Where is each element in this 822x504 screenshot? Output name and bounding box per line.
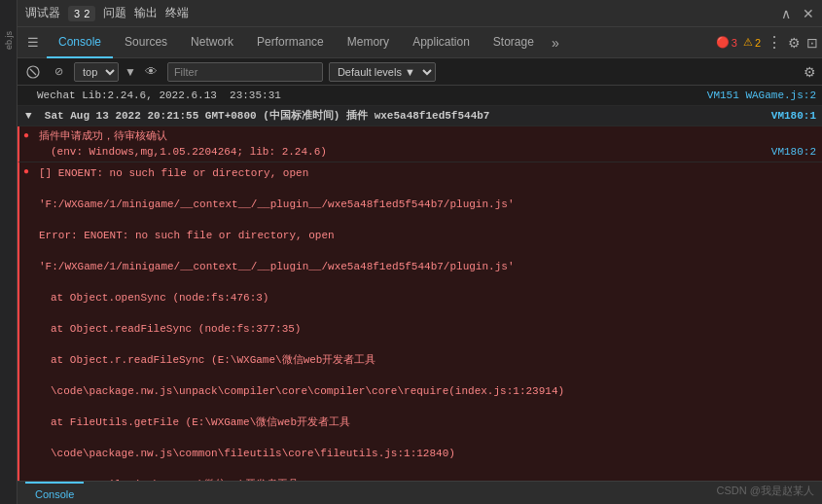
warn-badge: ⚠ 2 — [743, 36, 761, 49]
context-select[interactable]: top — [74, 62, 119, 82]
js-text: eb.js — [4, 31, 14, 50]
log-msg-section: ▼ Sat Aug 13 2022 20:21:55 GMT+0800 (中国标… — [25, 110, 489, 122]
log-msg-plugin-success: 插件申请成功，待审核确认(env: Windows,mg,1.05.220426… — [39, 130, 327, 158]
settings-button[interactable]: ⚙ — [788, 35, 801, 51]
clear-console-button[interactable] — [23, 62, 43, 82]
tab-console[interactable]: Console — [47, 27, 113, 58]
close-button[interactable]: ✕ — [803, 6, 814, 21]
overflow-menu-button[interactable]: ⋮ — [767, 33, 782, 52]
bottom-console-tab[interactable]: Console — [25, 482, 84, 505]
warn-count: 2 — [755, 37, 761, 49]
log-msg-enoent: [] ENOENT: no such file or directory, op… — [39, 167, 564, 481]
tab-application[interactable]: Application — [401, 27, 482, 58]
log-entry-wechat-lib: Wechat Lib:2.24.6, 2022.6.13 23:35:31 VM… — [18, 86, 822, 106]
tab-sources[interactable]: Sources — [113, 27, 179, 58]
levels-select[interactable]: Default levels ▼ — [329, 62, 436, 82]
console-settings-button[interactable]: ⚙ — [804, 64, 816, 80]
filter-input[interactable] — [167, 62, 323, 82]
tab-memory[interactable]: Memory — [336, 27, 401, 58]
filter-toggle-button[interactable]: ⊘ — [49, 62, 68, 82]
log-entry-section-header: ▼ Sat Aug 13 2022 20:21:55 GMT+0800 (中国标… — [18, 106, 822, 126]
tab-storage[interactable]: Storage — [482, 27, 546, 58]
error-icon: 🔴 — [716, 36, 730, 49]
badge-group: 3 2 — [68, 6, 95, 21]
file-link-vm180-2[interactable]: VM180:2 — [771, 144, 816, 160]
watermark: CSDN @我是赵某人 — [717, 484, 814, 498]
badge-num-1: 3 — [74, 8, 80, 19]
bottom-console-label: Console — [35, 488, 74, 500]
tab-more-button[interactable]: » — [546, 35, 565, 51]
console-content: Wechat Lib:2.24.6, 2022.6.13 23:35:31 VM… — [18, 86, 822, 481]
file-link-vm180-1[interactable]: VM180:1 — [771, 108, 816, 124]
console-toolbar: ⊘ top ▼ 👁 Default levels ▼ ⚙ — [18, 58, 822, 86]
tab-performance[interactable]: Performance — [245, 27, 336, 58]
title-text: 调试器 — [25, 5, 60, 21]
log-msg-wechat-lib: Wechat Lib:2.24.6, 2022.6.13 23:35:31 — [37, 90, 281, 101]
title-bar: 调试器 3 2 问题 输出 终端 ∧ ✕ — [18, 0, 822, 27]
tab-network[interactable]: Network — [179, 27, 245, 58]
menu-terminal[interactable]: 终端 — [165, 5, 189, 21]
file-link-vm151[interactable]: VM151 WAGame.js:2 — [707, 88, 816, 103]
undock-button[interactable]: ⊡ — [806, 35, 818, 51]
left-sidebar: eb.js — [0, 0, 18, 504]
eye-button[interactable]: 👁 — [142, 62, 161, 82]
title-bar-left: 调试器 3 2 问题 输出 终端 — [25, 5, 189, 21]
context-dropdown-arrow[interactable]: ▼ — [125, 65, 136, 79]
badge-num-2: 2 — [84, 8, 89, 19]
error-icon-1: ● — [23, 128, 29, 144]
minimize-button[interactable]: ∧ — [781, 6, 791, 21]
tab-bar-right: 🔴 3 ⚠ 2 ⋮ ⚙ ⊡ — [716, 33, 818, 52]
tab-bar: ☰ Console Sources Network Performance Me… — [18, 27, 822, 58]
warn-icon: ⚠ — [743, 36, 753, 49]
title-bar-actions: ∧ ✕ — [781, 6, 814, 21]
error-icon-2: ● — [23, 164, 29, 180]
log-entry-plugin-success: ● 插件申请成功，待审核确认(env: Windows,mg,1.05.2204… — [18, 126, 822, 162]
devtools-container: 调试器 3 2 问题 输出 终端 ∧ ✕ ☰ Console Sources N… — [18, 0, 822, 504]
error-count: 3 — [732, 37, 737, 49]
svg-line-1 — [30, 69, 36, 75]
error-badge: 🔴 3 — [716, 36, 737, 49]
menu-issues[interactable]: 问题 — [103, 5, 126, 21]
bottom-tab-bar: Console — [18, 481, 822, 504]
js-file-label: eb.js — [0, 27, 18, 50]
tab-sidebar-toggle[interactable]: ☰ — [21, 31, 45, 54]
menu-output[interactable]: 输出 — [134, 5, 158, 21]
log-entry-enoent: ● [] ENOENT: no such file or directory, … — [18, 162, 822, 481]
